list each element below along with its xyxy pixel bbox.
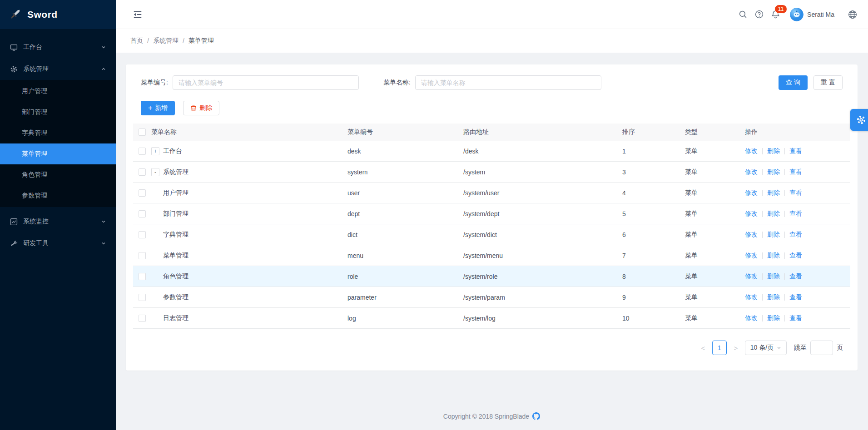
next-page-icon[interactable]: > bbox=[730, 341, 741, 355]
edit-link[interactable]: 修改 bbox=[745, 147, 758, 155]
menu-name-value: 工作台 bbox=[163, 147, 182, 155]
reset-button[interactable]: 重 置 bbox=[813, 75, 843, 90]
jump-page-input[interactable] bbox=[810, 341, 833, 355]
view-link[interactable]: 查看 bbox=[789, 168, 802, 176]
table-row: 日志管理log/system/log10菜单修改删除查看 bbox=[133, 308, 850, 329]
edit-link[interactable]: 修改 bbox=[745, 314, 758, 322]
sidebar-menu: 工作台 系统管理 用户管理 bbox=[0, 29, 116, 254]
menu-name-value: 参数管理 bbox=[163, 293, 188, 301]
edit-link[interactable]: 修改 bbox=[745, 231, 758, 239]
type-value: 菜单 bbox=[685, 168, 745, 176]
edit-link[interactable]: 修改 bbox=[745, 210, 758, 218]
sidebar-item-label: 参数管理 bbox=[22, 192, 47, 200]
edit-link[interactable]: 修改 bbox=[745, 168, 758, 176]
page-size-select[interactable]: 10 条/页 bbox=[745, 341, 787, 355]
sidebar-item-workbench[interactable]: 工作台 bbox=[0, 36, 116, 58]
menu-code-value: menu bbox=[347, 252, 463, 259]
row-checkbox[interactable] bbox=[139, 168, 146, 176]
username[interactable]: Serati Ma bbox=[807, 11, 834, 18]
add-button[interactable]: + 新增 bbox=[141, 101, 175, 115]
view-link[interactable]: 查看 bbox=[789, 272, 802, 281]
page-content: 菜单编号: 菜单名称: 查 询 重 置 + 新增 bbox=[116, 53, 868, 430]
search-icon[interactable] bbox=[734, 6, 751, 23]
view-link[interactable]: 查看 bbox=[789, 293, 802, 301]
type-value: 菜单 bbox=[685, 231, 745, 239]
view-link[interactable]: 查看 bbox=[789, 252, 802, 260]
table-row: +工作台desk/desk1菜单修改删除查看 bbox=[133, 141, 850, 162]
edit-link[interactable]: 修改 bbox=[745, 189, 758, 197]
edit-link[interactable]: 修改 bbox=[745, 293, 758, 301]
view-link[interactable]: 查看 bbox=[789, 231, 802, 239]
globe-icon[interactable] bbox=[844, 6, 861, 23]
menu-name-cell: -系统管理 bbox=[151, 168, 347, 176]
breadcrumb-system[interactable]: 系统管理 bbox=[153, 37, 179, 45]
row-checkbox[interactable] bbox=[139, 252, 146, 259]
select-all-checkbox[interactable] bbox=[139, 129, 146, 136]
row-checkbox[interactable] bbox=[139, 294, 146, 301]
row-checkbox-cell bbox=[133, 273, 151, 280]
row-actions: 修改删除查看 bbox=[745, 293, 850, 301]
delete-link[interactable]: 删除 bbox=[767, 168, 780, 176]
route-value: /system/user bbox=[463, 189, 622, 197]
sidebar-collapse-button[interactable] bbox=[132, 9, 143, 20]
edit-link[interactable]: 修改 bbox=[745, 252, 758, 260]
menu-code-input[interactable] bbox=[173, 75, 359, 90]
jump-label: 跳至 bbox=[794, 344, 807, 352]
delete-link[interactable]: 删除 bbox=[767, 147, 780, 155]
collapse-toggle-icon[interactable]: - bbox=[151, 168, 159, 176]
row-checkbox[interactable] bbox=[139, 210, 146, 217]
delete-link[interactable]: 删除 bbox=[767, 210, 780, 218]
row-checkbox[interactable] bbox=[139, 315, 146, 322]
current-page-button[interactable]: 1 bbox=[712, 341, 727, 355]
sidebar-item-role-mgmt[interactable]: 角色管理 bbox=[0, 164, 116, 185]
menu-name-label: 菜单名称: bbox=[383, 79, 411, 87]
view-link[interactable]: 查看 bbox=[789, 314, 802, 322]
menu-code-value: dict bbox=[347, 231, 463, 238]
sidebar-item-dict-mgmt[interactable]: 字典管理 bbox=[0, 123, 116, 143]
route-value: /system/role bbox=[463, 273, 622, 280]
sidebar-item-dept-mgmt[interactable]: 部门管理 bbox=[0, 102, 116, 123]
logo[interactable]: Sword bbox=[0, 0, 116, 29]
sidebar-item-monitor[interactable]: 系统监控 bbox=[0, 211, 116, 232]
delete-link[interactable]: 删除 bbox=[767, 293, 780, 301]
chart-icon bbox=[10, 218, 18, 226]
delete-link[interactable]: 删除 bbox=[767, 314, 780, 322]
type-value: 菜单 bbox=[685, 314, 745, 322]
github-icon[interactable] bbox=[532, 412, 540, 420]
expand-toggle-icon[interactable]: + bbox=[151, 147, 159, 155]
edit-link[interactable]: 修改 bbox=[745, 272, 758, 281]
view-link[interactable]: 查看 bbox=[789, 147, 802, 155]
add-button-label: 新增 bbox=[155, 104, 168, 112]
delete-link[interactable]: 删除 bbox=[767, 252, 780, 260]
row-checkbox[interactable] bbox=[139, 231, 146, 238]
menu-code-value: dept bbox=[347, 210, 463, 217]
view-link[interactable]: 查看 bbox=[789, 210, 802, 218]
sidebar-item-param-mgmt[interactable]: 参数管理 bbox=[0, 185, 116, 206]
row-checkbox[interactable] bbox=[139, 148, 146, 155]
prev-page-icon[interactable]: < bbox=[698, 341, 709, 355]
delete-link[interactable]: 删除 bbox=[767, 272, 780, 281]
help-icon[interactable] bbox=[751, 6, 767, 23]
delete-link[interactable]: 删除 bbox=[767, 189, 780, 197]
action-divider bbox=[762, 294, 763, 301]
sidebar-item-devtools[interactable]: 研发工具 bbox=[0, 232, 116, 254]
sort-value: 9 bbox=[622, 294, 685, 301]
search-button[interactable]: 查 询 bbox=[779, 75, 808, 90]
sidebar-item-label: 工作台 bbox=[23, 43, 42, 51]
row-checkbox[interactable] bbox=[139, 273, 146, 280]
settings-fab-gear-icon[interactable] bbox=[850, 109, 868, 131]
menu-table: 菜单名称 菜单编号 路由地址 排序 类型 操作 +工作台desk/desk1菜单… bbox=[133, 124, 850, 329]
delete-link[interactable]: 删除 bbox=[767, 231, 780, 239]
view-link[interactable]: 查看 bbox=[789, 189, 802, 197]
sidebar-item-system[interactable]: 系统管理 bbox=[0, 58, 116, 80]
sidebar-item-label: 菜单管理 bbox=[22, 150, 47, 158]
sidebar-item-user-mgmt[interactable]: 用户管理 bbox=[0, 81, 116, 102]
menu-name-input[interactable] bbox=[415, 75, 601, 90]
avatar[interactable] bbox=[790, 8, 804, 21]
row-checkbox[interactable] bbox=[139, 189, 146, 197]
notifications-bell-icon[interactable]: 11 bbox=[767, 6, 784, 23]
delete-button[interactable]: 删除 bbox=[183, 101, 219, 115]
sidebar-item-menu-mgmt[interactable]: 菜单管理 bbox=[0, 143, 116, 164]
breadcrumb-home[interactable]: 首页 bbox=[130, 37, 143, 45]
column-header-action: 操作 bbox=[745, 128, 850, 136]
